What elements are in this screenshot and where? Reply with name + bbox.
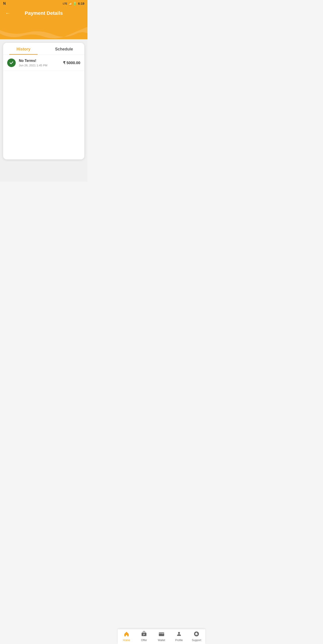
tab-history[interactable]: History — [3, 43, 44, 55]
tab-schedule[interactable]: Schedule — [44, 43, 84, 55]
wave-decoration — [0, 27, 88, 39]
battery-icon: 🔋 — [73, 2, 77, 6]
payment-amount: ₹ 5000.00 — [63, 60, 80, 65]
payment-card: History Schedule No Terms! Jun 26, 2021 … — [3, 43, 84, 160]
signal-icon: 📶 — [68, 2, 72, 6]
lte-icon: LTE — [63, 2, 67, 5]
paid-status-icon — [7, 58, 16, 67]
time-display: 6:19 — [78, 2, 84, 6]
payment-date: Jun 26, 2021 1:45 PM — [19, 64, 63, 67]
tabs-container: History Schedule — [3, 43, 84, 55]
payment-item[interactable]: No Terms! Jun 26, 2021 1:45 PM ₹ 5000.00 — [3, 55, 84, 71]
status-icons: LTE 📶 🔋 6:19 — [63, 2, 84, 6]
payment-info: No Terms! Jun 26, 2021 1:45 PM — [19, 59, 63, 67]
status-bar: N LTE 📶 🔋 6:19 — [0, 0, 88, 7]
main-content: History Schedule No Terms! Jun 26, 2021 … — [0, 39, 88, 182]
header: ← Payment Details — [0, 7, 88, 27]
header-row: ← Payment Details — [4, 10, 84, 27]
back-button[interactable]: ← — [4, 10, 12, 17]
payment-title: No Terms! — [19, 59, 63, 63]
app-icon: N — [3, 2, 6, 6]
page-title: Payment Details — [25, 10, 63, 16]
payment-list: No Terms! Jun 26, 2021 1:45 PM ₹ 5000.00 — [3, 55, 84, 71]
